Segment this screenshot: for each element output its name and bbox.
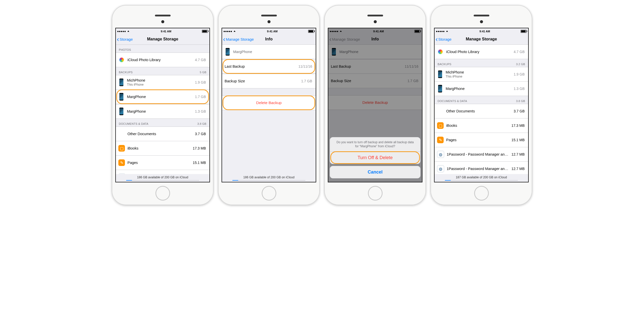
device-header-row: MargPhone [222,45,316,59]
wifi-icon [446,30,449,33]
status-time: 9:41 AM [161,30,171,33]
back-button[interactable]: ‹Manage Storage [222,37,254,42]
ibooks-icon: ▢ [118,145,125,152]
status-bar: 9:41 AM [222,28,316,34]
phone-frame: 9:41 AM ‹Storage Manage Storage iCloud P… [431,5,532,205]
battery-icon [521,30,527,33]
back-label: Storage [120,37,133,41]
backup-row-michphone[interactable]: MichPhoneThis iPhone 1.9 GB [435,67,528,81]
phone-frame: 9:41 AM ‹Storage Manage Storage PHOTOS i… [112,5,213,205]
storage-footer: 187 GB available of 200 GB on iCloud [435,174,528,182]
onepassword-icon: ◍ [437,151,444,158]
section-header-docs: DOCUMENTS & DATA3.8 GB [435,96,528,104]
backup-row-margphone-2[interactable]: MargPhone 1.3 GB [116,104,209,119]
back-label: Manage Storage [226,37,254,41]
status-bar: 9:41 AM [435,28,528,34]
section-header-photos: PHOTOS [116,45,209,53]
status-time: 9:41 AM [479,30,490,33]
screen-delete-confirm: 9:41 AM ‹Manage Storage Info MargPhone L… [328,28,422,182]
nav-bar: ‹Manage Storage Info [222,34,316,45]
back-button[interactable]: ‹Storage [116,37,133,42]
delete-backup-button[interactable]: Delete Backup [222,95,316,110]
phone-frame: 9:41 AM ‹Manage Storage Info MargPhone L… [324,5,426,205]
status-time: 9:41 AM [267,30,278,33]
storage-footer: 186 GB available of 200 GB on iCloud [222,174,316,182]
docs-row-1password-2[interactable]: ◍ 1Password - Password Manager an… 12.7 … [435,161,528,176]
docs-row-pages[interactable]: ✎ Pages 15.1 MB [435,133,528,147]
backup-row-margphone-highlighted[interactable]: MargPhone 1.7 GB [116,89,209,104]
device-icon [119,93,123,101]
screen-manage-storage-1: 9:41 AM ‹Storage Manage Storage PHOTOS i… [115,28,210,182]
docs-row-pages[interactable]: ✎ Pages 15.1 MB [116,155,209,170]
docs-row-1password-1[interactable]: ◍ 1Password - Password Manager an… 12.7 … [435,147,528,161]
turn-off-and-delete-button[interactable]: Turn Off & Delete [330,151,420,164]
backup-row-margphone[interactable]: MargPhone 1.3 GB [435,81,528,96]
nav-bar: ‹Storage Manage Storage [435,34,528,45]
cell-icloud-photo-library[interactable]: iCloud Photo Library 4.7 GB [116,53,209,67]
ibooks-icon: ▢ [437,122,444,129]
cell-icloud-photo-library[interactable]: iCloud Photo Library 4.7 GB [435,45,528,59]
docs-row-other[interactable]: ☁︎ Other Documents 3.7 GB [116,127,209,141]
chevron-left-icon: ‹ [436,37,438,42]
screen-backup-info: 9:41 AM ‹Manage Storage Info MargPhone L… [222,28,316,182]
phone-frame: 9:41 AM ‹Manage Storage Info MargPhone L… [218,5,320,205]
back-label: Storage [438,37,452,41]
cloud-icon: ☁︎ [437,108,444,114]
section-header-backups: BACKUPS3.2 GB [435,59,528,67]
device-name: MargPhone [233,50,313,54]
photos-icon [437,48,444,55]
storage-footer: 186 GB available of 200 GB on iCloud [116,174,209,182]
device-icon [438,85,442,92]
back-button[interactable]: ‹Storage [435,37,451,42]
docs-row-ibooks[interactable]: ▢ iBooks 17.3 MB [116,141,209,155]
device-icon [119,79,123,86]
docs-row-ibooks[interactable]: ▢ iBooks 17.3 MB [435,118,528,133]
pages-icon: ✎ [118,159,125,166]
section-header-backups: BACKUPS5 GB [116,67,209,75]
backup-row-michphone[interactable]: MichPhoneThis iPhone 1.9 GB [116,75,209,89]
device-icon [226,48,230,56]
row-last-backup: Last Backup 11/11/16 [222,59,316,74]
battery-icon [202,30,208,33]
nav-bar: ‹Storage Manage Storage [116,34,209,45]
screen-manage-storage-2: 9:41 AM ‹Storage Manage Storage iCloud P… [434,28,529,182]
action-sheet-message: Do you want to turn off backup and delet… [330,137,420,151]
onepassword-icon: ◍ [437,165,444,172]
chevron-left-icon: ‹ [223,37,225,42]
cloud-icon: ☁︎ [118,131,125,137]
wifi-icon [233,30,236,33]
section-header-docs: DOCUMENTS & DATA3.8 GB [116,119,209,127]
pages-icon: ✎ [437,137,444,143]
photos-icon [118,57,125,63]
row-backup-size: Backup Size 1.7 GB [222,74,316,88]
status-bar: 9:41 AM [116,28,209,34]
action-sheet: Do you want to turn off backup and delet… [330,137,420,180]
chevron-left-icon: ‹ [117,37,119,42]
device-icon [119,108,123,115]
wifi-icon [127,30,130,33]
battery-icon [308,30,314,33]
device-icon [438,70,442,78]
cancel-button[interactable]: Cancel [330,166,420,178]
docs-row-other[interactable]: ☁︎ Other Documents 3.7 GB [435,104,528,118]
